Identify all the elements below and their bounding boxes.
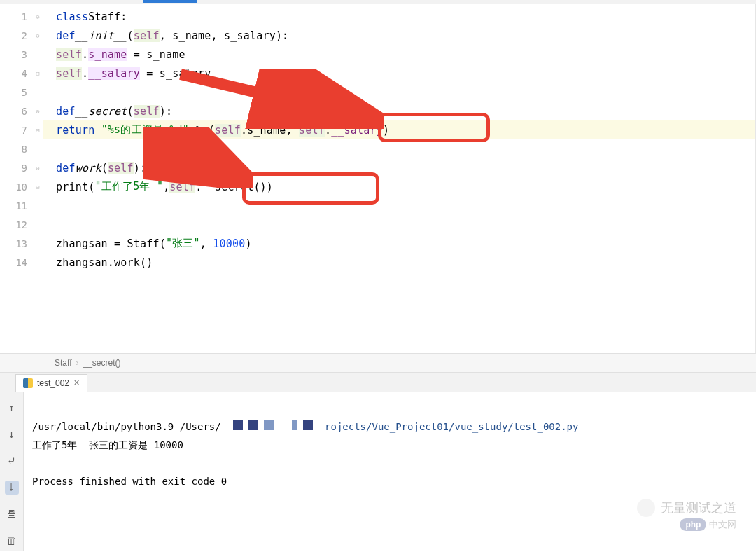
code-line[interactable] [43,196,755,215]
chevron-right-icon: › [76,358,78,368]
gutter: 1⊖ 2⊖ 3 4⊟ 5 6⊖ 7⊟ 8 9⊖ 10⊟ 11 12 13 14 [0,4,43,353]
code-line[interactable]: def __init__(self, s_name, s_salary): [43,26,755,45]
line-number: 13 [0,234,43,253]
line-number: 4⊟ [0,64,43,83]
fold-close-icon[interactable]: ⊟ [34,70,41,77]
console-toolbar: ↑ ↓ ⤶ ⭳ 🖶 🗑 [0,392,24,551]
line-number: 2⊖ [0,26,43,45]
line-number: 7⊟ [0,120,43,139]
line-number: 6⊖ [0,102,43,120]
active-tab-indicator [144,0,197,3]
run-tab[interactable]: test_002 ✕ [15,374,88,392]
code-line[interactable] [43,215,755,234]
trash-icon[interactable]: 🗑 [5,534,19,548]
breadcrumb-item[interactable]: Staff [55,358,71,368]
line-number: 9⊖ [0,158,43,177]
editor-area: 1⊖ 2⊖ 3 4⊟ 5 6⊖ 7⊟ 8 9⊖ 10⊟ 11 12 13 14 … [0,4,756,353]
line-number: 14 [0,253,43,272]
python-file-icon [23,378,33,388]
close-icon[interactable]: ✕ [74,378,80,387]
console-panel: ↑ ↓ ⤶ ⭳ 🖶 🗑 /usr/local/bin/python3.9 /Us… [0,392,756,551]
arrow-down-icon[interactable]: ↓ [5,427,19,441]
code-line[interactable] [43,139,755,158]
run-tab-strip: test_002 ✕ [0,373,756,392]
fold-close-icon[interactable]: ⊟ [34,184,41,191]
code-line[interactable]: print("工作了5年 ",self.__secret()) [43,177,755,196]
line-number: 1⊖ [0,7,43,26]
arrow-up-icon[interactable]: ↑ [5,401,19,415]
breadcrumb-item[interactable]: __secret() [83,358,120,368]
fold-close-icon[interactable]: ⊟ [34,127,41,134]
line-number: 8 [0,139,43,158]
console-path-suffix: rojects/Vue_Project01/vue_study/test_002… [325,421,578,432]
code-line[interactable]: zhangsan.work() [43,253,755,272]
code-line[interactable]: def work(self): [43,158,755,177]
code-line[interactable] [43,83,755,102]
code-line[interactable]: def __secret(self): [43,102,755,120]
code-line[interactable]: self.__salary = s_salary [43,64,755,83]
console-output[interactable]: /usr/local/bin/python3.9 /Users/ rojects… [24,392,756,551]
line-number: 12 [0,215,43,234]
code-line[interactable]: self.s_name = s_name [43,45,755,64]
line-number: 10⊟ [0,177,43,196]
line-number: 11 [0,196,43,215]
breadcrumb[interactable]: Staff › __secret() [0,353,756,373]
fold-open-icon[interactable]: ⊖ [34,13,41,20]
wrap-lines-icon[interactable]: ⤶ [5,454,19,468]
print-icon[interactable]: 🖶 [5,507,19,521]
code-content[interactable]: class Staff: def __init__(self, s_name, … [43,4,755,353]
console-exit: Process finished with exit code 0 [32,476,227,487]
scroll-to-end-icon[interactable]: ⭳ [5,481,19,495]
fold-open-icon[interactable]: ⊖ [34,165,41,172]
fold-open-icon[interactable]: ⊖ [34,32,41,39]
line-number: 3 [0,45,43,64]
run-tab-label: test_002 [37,378,69,388]
console-path: /usr/local/bin/python3.9 /Users/ [32,421,221,432]
code-line[interactable]: zhangsan = Staff("张三", 10000) [43,234,755,253]
fold-open-icon[interactable]: ⊖ [34,108,41,115]
code-line[interactable]: class Staff: [43,7,755,26]
line-number: 5 [0,83,43,102]
console-stdout: 工作了5年 张三的工资是 10000 [32,439,183,450]
code-line-current[interactable]: return "%s的工资是 %d" % (self.s_name, self.… [43,120,755,139]
